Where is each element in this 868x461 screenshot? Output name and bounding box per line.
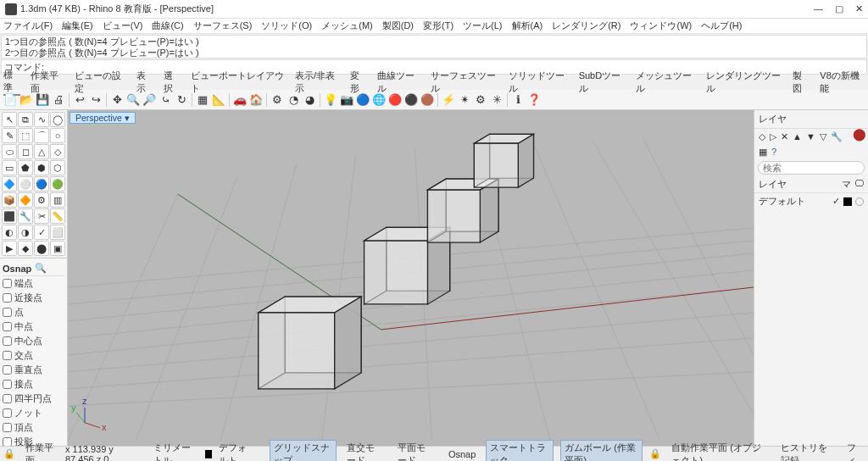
tool-button[interactable]: ✓: [34, 225, 49, 240]
grid-icon[interactable]: ▦: [759, 147, 767, 158]
osnap-item[interactable]: 近接点: [3, 291, 64, 305]
status-cplane[interactable]: 作業平面: [22, 441, 58, 462]
tool-button[interactable]: 🔧: [18, 208, 33, 224]
toolbar-tab[interactable]: 製図: [793, 69, 810, 95]
tool-button[interactable]: ◇: [50, 144, 65, 159]
menu-item[interactable]: サーフェス(S): [193, 19, 253, 32]
toolbar-button[interactable]: ↻: [174, 92, 189, 108]
tool-button[interactable]: ◯: [50, 112, 65, 127]
osnap-item[interactable]: 点: [3, 305, 64, 319]
toolbar-tab[interactable]: ビューの設定: [75, 69, 125, 95]
tool-button[interactable]: ⬭: [2, 144, 17, 159]
toolbar-tab[interactable]: SubDツール: [579, 69, 626, 95]
toolbar-button[interactable]: ❓: [526, 92, 542, 108]
tool-button[interactable]: ⧉: [18, 112, 33, 127]
tool-button[interactable]: ◐: [2, 225, 17, 240]
tool-button[interactable]: ⬤: [34, 241, 49, 256]
toolbar-button[interactable]: 🔎: [142, 92, 157, 108]
menu-item[interactable]: 解析(A): [512, 19, 543, 32]
toolbar-button[interactable]: ℹ: [510, 92, 526, 108]
status-gumball[interactable]: ガムボール (作業平面): [560, 440, 643, 462]
tool-button[interactable]: ◆: [18, 241, 33, 256]
status-layer[interactable]: デフォルト: [219, 442, 256, 462]
tool-button[interactable]: ⚪: [18, 176, 33, 192]
menu-item[interactable]: ファイル(F): [3, 19, 53, 32]
toolbar-tab[interactable]: ソリッドツール: [509, 69, 569, 95]
toolbar-button[interactable]: 📷: [339, 92, 354, 108]
tool-button[interactable]: ⬟: [18, 160, 33, 175]
toolbar-button[interactable]: ✥: [109, 92, 125, 108]
toolbar-tab[interactable]: 選択: [164, 69, 181, 95]
menu-item[interactable]: ビュー(V): [103, 19, 143, 32]
toolbar-button[interactable]: 💾: [35, 92, 50, 108]
menu-item[interactable]: レンダリング(R): [552, 19, 620, 32]
tool-button[interactable]: ✎: [2, 128, 17, 143]
close-icon[interactable]: ✕: [855, 3, 863, 14]
osnap-checkbox[interactable]: [3, 351, 12, 360]
toolbar-tab[interactable]: レンダリングツール: [706, 69, 783, 95]
osnap-checkbox[interactable]: [3, 279, 12, 288]
layer-color-swatch[interactable]: [843, 197, 852, 206]
layer-search-input[interactable]: [758, 161, 865, 175]
toolbar-tab[interactable]: ビューポートレイアウト: [191, 69, 285, 95]
layer-down-icon[interactable]: ▼: [806, 131, 815, 142]
layer-material-icon[interactable]: [855, 197, 864, 206]
toolbar-button[interactable]: 📐: [211, 92, 226, 108]
toolbar-button[interactable]: ◔: [286, 92, 301, 108]
toolbar-button[interactable]: ✳: [489, 92, 504, 108]
osnap-item[interactable]: 垂直点: [3, 363, 64, 377]
tool-button[interactable]: ✂: [34, 208, 49, 224]
toolbar-button[interactable]: 🔍: [125, 92, 141, 108]
status-units[interactable]: ミリメートル: [153, 442, 198, 462]
minimize-icon[interactable]: —: [814, 3, 823, 14]
status-history[interactable]: ヒストリを記録: [777, 441, 836, 462]
toolbar-button[interactable]: 🟤: [420, 92, 435, 108]
toolbar-button[interactable]: ⤿: [158, 92, 173, 108]
osnap-checkbox[interactable]: [3, 322, 12, 331]
status-planar[interactable]: 平面モード: [394, 441, 438, 462]
toolbar-tab[interactable]: V8の新機能: [820, 69, 865, 95]
osnap-item[interactable]: 四半円点: [3, 392, 64, 406]
tool-button[interactable]: ◻: [18, 144, 33, 159]
osnap-checkbox[interactable]: [3, 336, 12, 346]
toolbar-tab[interactable]: サーフェスツール: [431, 69, 499, 95]
tool-button[interactable]: ⬡: [50, 160, 65, 175]
tool-button[interactable]: ↖: [2, 112, 17, 127]
lock-icon[interactable]: 🔒: [3, 448, 15, 459]
tool-button[interactable]: ⬛: [2, 208, 17, 224]
toolbar-button[interactable]: ⚫: [403, 92, 419, 108]
menu-item[interactable]: ソリッド(O): [261, 19, 312, 32]
tool-button[interactable]: ▶: [2, 241, 17, 256]
tool-button[interactable]: ◑: [18, 225, 33, 240]
toolbar-button[interactable]: 🏠: [248, 92, 264, 108]
layer-row[interactable]: デフォルト ✓: [754, 193, 868, 209]
toolbar-tab[interactable]: 曲線ツール: [377, 69, 420, 95]
status-layer-swatch[interactable]: [205, 450, 212, 458]
tool-button[interactable]: ⌒: [34, 128, 49, 143]
osnap-checkbox[interactable]: [3, 394, 12, 403]
filter-icon[interactable]: ▽: [820, 131, 826, 142]
toolbar-button[interactable]: 💡: [323, 92, 338, 108]
osnap-checkbox[interactable]: [3, 423, 12, 432]
osnap-checkbox[interactable]: [3, 308, 12, 317]
tool-button[interactable]: 📦: [2, 192, 17, 208]
osnap-item[interactable]: 交点: [3, 348, 64, 363]
status-osnap[interactable]: Osnap: [445, 448, 479, 460]
status-ortho[interactable]: 直交モード: [343, 441, 387, 462]
viewport-label[interactable]: Perspective ▾: [70, 112, 136, 124]
tool-button[interactable]: ⬜: [50, 225, 65, 240]
menu-item[interactable]: メッシュ(M): [321, 19, 373, 32]
osnap-checkbox[interactable]: [3, 365, 12, 375]
tool-button[interactable]: ⬚: [18, 128, 33, 143]
toolbar-button[interactable]: ⚙: [270, 92, 285, 108]
toolbar-button[interactable]: 🔵: [355, 92, 370, 108]
new-sublayer-icon[interactable]: ▷: [770, 131, 776, 142]
tool-icon[interactable]: 🔧: [831, 131, 843, 142]
menu-item[interactable]: 曲線(C): [152, 19, 183, 32]
tool-button[interactable]: ▥: [50, 192, 65, 208]
toolbar-tab[interactable]: 表示/非表示: [295, 69, 340, 95]
delete-layer-icon[interactable]: ✕: [781, 131, 788, 142]
status-autocplane[interactable]: 自動作業平面 (オブジェクト): [668, 441, 771, 462]
tool-button[interactable]: 🔵: [34, 176, 49, 192]
tool-button[interactable]: ∿: [34, 112, 49, 127]
